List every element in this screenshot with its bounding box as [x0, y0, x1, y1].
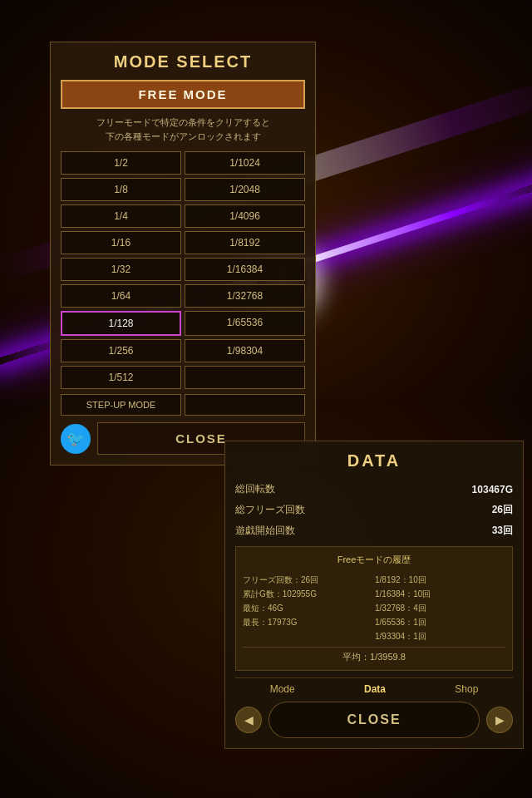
mode-btn-1024[interactable]: 1/1024: [185, 151, 305, 175]
data-row-spins: 総回転数 103467G: [235, 480, 513, 498]
history-left-col: フリーズ回数：26回 累計G数：102955G 最短：46G 最長：17973G: [243, 573, 373, 643]
right-arrow-icon[interactable]: ▶: [486, 707, 513, 733]
mode-btn-quarter[interactable]: 1/4: [61, 204, 181, 228]
history-93304: 1/93304：1回: [375, 629, 505, 643]
games-value: 33回: [492, 524, 513, 538]
data-row-freeze: 総フリーズ回数 26回: [235, 501, 513, 519]
mode-btn-256[interactable]: 1/256: [61, 339, 181, 362]
history-8192: 1/8192：10回: [375, 573, 505, 587]
step-up-button[interactable]: STEP-UP MODE: [61, 394, 181, 416]
history-16384: 1/16384：10回: [375, 587, 505, 601]
step-up-extra: [185, 394, 305, 416]
data-row-games: 遊戯開始回数 33回: [235, 522, 513, 539]
bottom-nav: Mode Data Shop: [235, 677, 513, 695]
spins-label: 総回転数: [235, 482, 275, 496]
right-arrow: ▶: [495, 713, 505, 727]
mode-btn-98304[interactable]: 1/98304: [185, 339, 305, 362]
left-arrow: ◀: [244, 713, 254, 727]
history-max: 最長：17973G: [243, 615, 373, 629]
history-total-g: 累計G数：102955G: [243, 587, 373, 601]
left-arrow-icon[interactable]: ◀: [235, 707, 262, 733]
step-up-row: STEP-UP MODE: [61, 394, 305, 416]
unlock-description: フリーモードで特定の条件をクリアすると 下の各種モードがアンロックされます: [61, 116, 305, 143]
spins-value: 103467G: [472, 484, 513, 495]
close-bottom-row: ◀ CLOSE ▶: [235, 702, 513, 738]
history-65536: 1/65536：1回: [375, 615, 505, 629]
history-32768: 1/32768：4回: [375, 601, 505, 615]
mode-btn-2048[interactable]: 1/2048: [185, 178, 305, 201]
mode-btn-4096[interactable]: 1/4096: [185, 204, 305, 228]
nav-mode[interactable]: Mode: [270, 683, 295, 695]
mode-btn-half[interactable]: 1/2: [61, 151, 181, 175]
close-bottom-button[interactable]: CLOSE: [268, 702, 480, 738]
mode-btn-empty: [185, 366, 305, 389]
history-title: Freeモードの履歴: [243, 554, 505, 566]
mode-select-panel: MODE SELECT FREE MODE フリーモードで特定の条件をクリアする…: [50, 42, 316, 466]
twitter-icon[interactable]: 🐦: [61, 424, 91, 454]
mode-btn-32[interactable]: 1/32: [61, 258, 181, 281]
mode-btn-sixteenth[interactable]: 1/16: [61, 231, 181, 254]
unlock-text-line2: 下の各種モードがアンロックされます: [61, 130, 305, 144]
data-panel-title: DATA: [235, 451, 513, 470]
panel-title: MODE SELECT: [61, 52, 305, 71]
twitter-bird: 🐦: [66, 430, 85, 448]
freeze-label: 総フリーズ回数: [235, 503, 305, 517]
free-mode-button[interactable]: FREE MODE: [61, 80, 305, 109]
average-row: 平均：1/3959.8: [243, 647, 505, 663]
data-panel: DATA 総回転数 103467G 総フリーズ回数 26回 遊戯開始回数 33回…: [224, 441, 524, 749]
mode-btn-65536[interactable]: 1/65536: [185, 311, 305, 336]
history-grid: フリーズ回数：26回 累計G数：102955G 最短：46G 最長：17973G…: [243, 573, 505, 643]
mode-btn-128[interactable]: 1/128: [61, 311, 181, 336]
games-label: 遊戯開始回数: [235, 524, 295, 538]
mode-btn-8192[interactable]: 1/8192: [185, 231, 305, 254]
mode-btn-16384[interactable]: 1/16384: [185, 258, 305, 281]
mode-btn-eighth[interactable]: 1/8: [61, 178, 181, 201]
mode-grid: 1/2 1/1024 1/8 1/2048 1/4 1/4096 1/16 1/…: [61, 151, 305, 389]
unlock-text-line1: フリーモードで特定の条件をクリアすると: [61, 116, 305, 130]
mode-btn-32768[interactable]: 1/32768: [185, 284, 305, 308]
nav-shop[interactable]: Shop: [455, 683, 478, 695]
history-section: Freeモードの履歴 フリーズ回数：26回 累計G数：102955G 最短：46…: [235, 546, 513, 671]
nav-data[interactable]: Data: [364, 683, 386, 695]
mode-btn-64[interactable]: 1/64: [61, 284, 181, 308]
history-freeze-count: フリーズ回数：26回: [243, 573, 373, 587]
mode-btn-512[interactable]: 1/512: [61, 366, 181, 389]
history-min: 最短：46G: [243, 601, 373, 615]
freeze-value: 26回: [492, 503, 513, 517]
history-right-col: 1/8192：10回 1/16384：10回 1/32768：4回 1/6553…: [375, 573, 505, 643]
